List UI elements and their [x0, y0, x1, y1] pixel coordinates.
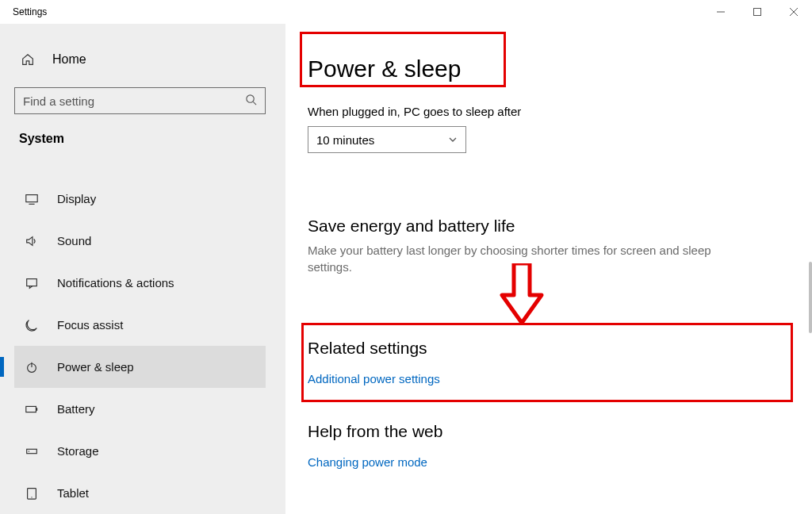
sidebar-item-label: Storage	[57, 444, 99, 458]
sidebar-item-label: Focus assist	[57, 318, 123, 332]
battery-icon	[24, 401, 40, 417]
svg-rect-13	[27, 449, 37, 453]
focus-assist-icon	[24, 317, 40, 333]
sleep-dropdown-value: 10 minutes	[316, 133, 374, 147]
sidebar-item-storage[interactable]: Storage	[14, 430, 266, 472]
window-title: Settings	[13, 6, 47, 17]
power-icon	[24, 359, 40, 375]
related-section-title: Related settings	[308, 339, 790, 358]
svg-point-14	[29, 451, 29, 451]
svg-point-16	[31, 497, 32, 497]
energy-section-title: Save energy and battery life	[308, 217, 790, 236]
search-box[interactable]	[14, 87, 266, 114]
sidebar-item-power-sleep[interactable]: Power & sleep	[14, 346, 266, 388]
sleep-setting-label: When plugged in, PC goes to sleep after	[308, 105, 790, 118]
sidebar-item-label: Display	[57, 192, 96, 205]
sidebar-item-sound[interactable]: Sound	[14, 220, 266, 262]
sidebar-item-focus-assist[interactable]: Focus assist	[14, 304, 266, 346]
related-link-additional-power[interactable]: Additional power settings	[308, 372, 440, 386]
page-title: Power & sleep	[308, 56, 790, 82]
sidebar-item-battery[interactable]: Battery	[14, 388, 266, 430]
svg-line-5	[253, 102, 256, 105]
sidebar-home-label: Home	[52, 52, 86, 67]
search-input[interactable]	[23, 94, 229, 108]
tablet-icon	[24, 485, 40, 501]
titlebar: Settings	[0, 0, 812, 24]
svg-point-4	[247, 94, 254, 102]
sidebar-item-label: Sound	[57, 234, 91, 247]
search-icon	[245, 94, 257, 109]
sound-icon	[24, 233, 40, 249]
scrollbar-thumb[interactable]	[809, 262, 812, 333]
sidebar-item-label: Battery	[57, 402, 95, 416]
chevron-down-icon	[448, 133, 458, 147]
sidebar-home[interactable]: Home	[21, 52, 266, 67]
sidebar-category: System	[19, 132, 266, 146]
sidebar-nav: Display Sound Notifications & actions	[14, 178, 266, 514]
sidebar-item-label: Notifications & actions	[57, 276, 174, 290]
close-button[interactable]	[776, 0, 812, 24]
sidebar-item-label: Tablet	[57, 486, 89, 500]
sidebar-item-label: Power & sleep	[57, 360, 134, 374]
help-link-changing-power-mode[interactable]: Changing power mode	[308, 455, 427, 469]
storage-icon	[24, 443, 40, 459]
sidebar-item-tablet[interactable]: Tablet	[14, 472, 266, 514]
svg-rect-12	[36, 408, 37, 411]
main-content: Power & sleep When plugged in, PC goes t…	[285, 24, 812, 514]
sleep-dropdown[interactable]: 10 minutes	[308, 126, 466, 153]
svg-rect-1	[754, 9, 761, 16]
svg-rect-11	[26, 406, 36, 412]
notifications-icon	[24, 275, 40, 291]
help-section-title: Help from the web	[308, 422, 790, 441]
minimize-button[interactable]	[703, 0, 739, 24]
sidebar: Home System Display	[0, 24, 285, 514]
energy-section-desc: Make your battery last longer by choosin…	[308, 242, 752, 275]
window-buttons	[703, 0, 812, 24]
svg-rect-8	[27, 278, 37, 286]
sidebar-item-notifications[interactable]: Notifications & actions	[14, 262, 266, 304]
svg-rect-6	[26, 194, 37, 201]
sidebar-item-display[interactable]: Display	[14, 178, 266, 220]
home-icon	[21, 52, 35, 67]
display-icon	[24, 191, 40, 207]
maximize-button[interactable]	[739, 0, 776, 24]
